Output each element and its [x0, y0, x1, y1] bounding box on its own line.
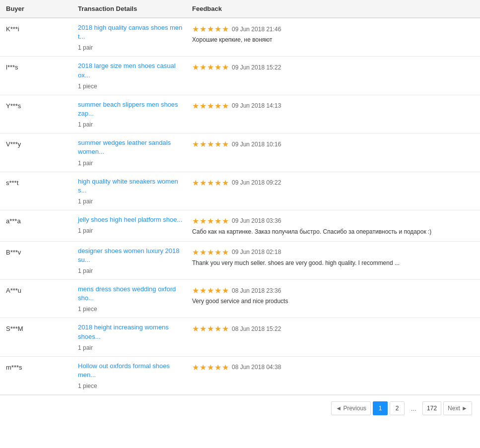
quantity: 1 piece: [78, 83, 187, 90]
star-rating: ★★★★★: [192, 101, 229, 111]
star-icon: ★: [192, 178, 199, 188]
transaction-link[interactable]: Hollow out oxfords formal shoes men...: [78, 362, 170, 379]
star-icon: ★: [207, 363, 214, 372]
transaction-link[interactable]: summer wedges leather sandals women...: [78, 139, 171, 155]
star-icon: ★: [214, 63, 221, 72]
stars-row: ★★★★★ 09 Jun 2018 02:18: [192, 248, 474, 257]
star-icon: ★: [222, 178, 229, 188]
star-icon: ★: [222, 63, 229, 72]
feedback-cell: ★★★★★ 09 Jun 2018 09:22: [192, 177, 474, 190]
table-row: Y***s summer beach slippers men shoes za…: [0, 95, 480, 133]
table-row: S***M 2018 height increasing womens shoe…: [0, 318, 480, 356]
star-icon: ★: [214, 286, 221, 295]
page-172-button[interactable]: 172: [422, 401, 441, 415]
star-icon: ★: [222, 101, 229, 111]
star-icon: ★: [200, 216, 206, 226]
quantity: 1 pair: [78, 227, 187, 234]
feedback-cell: ★★★★★ 09 Jun 2018 15:22: [192, 62, 474, 74]
buyer-name: B***v: [6, 247, 78, 256]
table-row: V***y summer wedges leather sandals wome…: [0, 133, 480, 172]
review-date: 08 Jun 2018 15:22: [232, 325, 281, 332]
transaction-details: 2018 height increasing womens shoes... 1…: [78, 323, 192, 351]
star-icon: ★: [192, 216, 199, 226]
star-icon: ★: [214, 363, 221, 372]
next-button[interactable]: Next ►: [443, 401, 472, 415]
review-date: 09 Jun 2018 14:13: [232, 102, 281, 109]
buyer-name: Y***s: [6, 100, 78, 110]
page-ellipsis: ...: [407, 401, 420, 415]
review-date: 09 Jun 2018 21:46: [232, 26, 281, 33]
transaction-details: jelly shoes high heel platform shoe... 1…: [78, 215, 192, 234]
star-icon: ★: [214, 216, 221, 226]
page-1-button[interactable]: 1: [373, 401, 388, 415]
quantity: 1 pair: [78, 344, 187, 351]
buyer-name: l***s: [6, 62, 78, 71]
star-rating: ★★★★★: [192, 63, 229, 72]
star-icon: ★: [222, 216, 229, 226]
stars-row: ★★★★★ 08 Jun 2018 15:22: [192, 324, 474, 333]
star-icon: ★: [214, 24, 221, 34]
star-icon: ★: [200, 63, 206, 72]
star-icon: ★: [200, 324, 206, 333]
transaction-link[interactable]: mens dress shoes wedding oxford sho...: [78, 285, 176, 302]
star-icon: ★: [214, 324, 221, 333]
star-icon: ★: [222, 363, 229, 372]
star-icon: ★: [200, 139, 206, 149]
transaction-link[interactable]: high quality white sneakers women s...: [78, 178, 178, 194]
header-transaction: Transaction Details: [78, 5, 192, 12]
transaction-link[interactable]: jelly shoes high heel platform shoe...: [78, 216, 182, 223]
stars-row: ★★★★★ 09 Jun 2018 03:36: [192, 216, 474, 226]
previous-button[interactable]: ◄ Previous: [331, 401, 371, 415]
star-icon: ★: [200, 286, 206, 295]
star-icon: ★: [222, 139, 229, 149]
table-body: K***i 2018 high quality canvas shoes men…: [0, 18, 480, 395]
buyer-name: s***t: [6, 177, 78, 187]
star-icon: ★: [222, 324, 229, 333]
star-icon: ★: [200, 24, 206, 34]
star-icon: ★: [214, 101, 221, 111]
star-icon: ★: [192, 363, 199, 372]
stars-row: ★★★★★ 09 Jun 2018 09:22: [192, 178, 474, 188]
transaction-link[interactable]: summer beach slippers men shoes zap...: [78, 101, 178, 117]
star-icon: ★: [214, 139, 221, 149]
buyer-name: S***M: [6, 323, 78, 332]
star-icon: ★: [200, 101, 206, 111]
star-icon: ★: [200, 178, 206, 188]
page-2-button[interactable]: 2: [390, 401, 405, 415]
quantity: 1 piece: [78, 306, 187, 313]
review-date: 09 Jun 2018 02:18: [232, 249, 281, 256]
buyer-name: m***s: [6, 362, 78, 371]
transaction-details: Hollow out oxfords formal shoes men... 1…: [78, 362, 192, 389]
pagination: ◄ Previous 1 2 ... 172 Next ►: [0, 395, 480, 421]
feedback-cell: ★★★★★ 09 Jun 2018 21:46 Хорошие крепкие,…: [192, 23, 474, 44]
table-row: K***i 2018 high quality canvas shoes men…: [0, 18, 480, 57]
quantity: 1 pair: [78, 198, 187, 205]
review-date: 08 Jun 2018 23:36: [232, 287, 281, 294]
review-date: 09 Jun 2018 09:22: [232, 179, 281, 186]
feedback-cell: ★★★★★ 09 Jun 2018 03:36 Сабо как на карт…: [192, 215, 474, 236]
review-date: 08 Jun 2018 04:38: [232, 364, 281, 371]
star-icon: ★: [192, 248, 199, 257]
star-icon: ★: [222, 286, 229, 295]
review-text: Сабо как на картинке. Заказ получила быс…: [192, 228, 474, 236]
star-icon: ★: [207, 178, 214, 188]
table-row: m***s Hollow out oxfords formal shoes me…: [0, 357, 480, 395]
review-text: Very good service and nice products: [192, 297, 474, 306]
star-icon: ★: [207, 324, 214, 333]
quantity: 1 pair: [78, 160, 187, 167]
transaction-link[interactable]: 2018 large size men shoes casual ox...: [78, 62, 176, 78]
stars-row: ★★★★★ 09 Jun 2018 14:13: [192, 101, 474, 111]
star-icon: ★: [200, 363, 206, 372]
star-icon: ★: [192, 101, 199, 111]
transaction-details: 2018 high quality canvas shoes men t... …: [78, 23, 192, 51]
transaction-details: mens dress shoes wedding oxford sho... 1…: [78, 285, 192, 313]
transaction-link[interactable]: 2018 high quality canvas shoes men t...: [78, 24, 182, 40]
feedback-cell: ★★★★★ 08 Jun 2018 23:36 Very good servic…: [192, 285, 474, 306]
transaction-link[interactable]: designer shoes women luxury 2018 su...: [78, 247, 180, 263]
star-rating: ★★★★★: [192, 286, 229, 295]
quantity: 1 pair: [78, 121, 187, 128]
transaction-link[interactable]: 2018 height increasing womens shoes...: [78, 323, 169, 340]
feedback-cell: ★★★★★ 09 Jun 2018 14:13: [192, 100, 474, 113]
star-icon: ★: [207, 216, 214, 226]
transaction-details: 2018 large size men shoes casual ox... 1…: [78, 62, 192, 89]
